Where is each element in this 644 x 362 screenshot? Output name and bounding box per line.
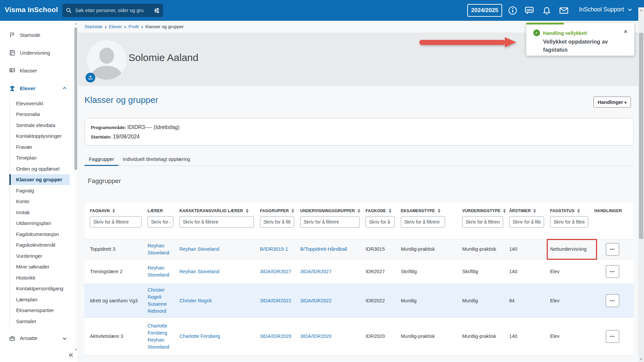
sidebar-item-ansatte[interactable]: Ansatte [0,329,78,347]
undervisningsgrupper-link[interactable]: 3IDA/IDR2020 [300,333,360,340]
sidebar-item-elever[interactable]: Elever [0,79,78,97]
karakteransvarlig_laerer-link[interactable]: Christer Rognli [179,297,254,304]
sort-icon[interactable] [533,209,536,213]
sort-icon[interactable] [438,209,440,213]
cell-text: 84 [509,298,515,303]
row-actions-button[interactable]: ••• [606,243,619,256]
toast-close-icon[interactable]: × [624,28,628,36]
breadcrumb-item[interactable]: Elever [109,24,122,29]
karakteransvarlig_laerer-link[interactable]: Reyhan Stoveland [179,246,254,253]
table-row[interactable]: Toppidrett 3Reyhan StovelandReyhan Stove… [85,239,634,259]
sidebar-item-undervisning[interactable]: Undervisning [0,44,78,62]
table-row[interactable]: Treningslære 2Reyhan StovelandReyhan Sto… [85,259,634,284]
filter-vurderingstype[interactable] [462,216,503,228]
mail-icon[interactable] [559,6,569,15]
filter-fagstatus[interactable] [550,216,588,228]
sidebar-item-timeplan[interactable]: Timeplan [10,153,70,164]
faggrupper-link[interactable]: 3IDA/IDR2022 [260,297,294,304]
filter-eksamenstype[interactable] [401,216,445,228]
row-actions-button[interactable]: ••• [606,330,619,343]
filter-arstimer[interactable] [509,216,544,228]
teacher-link[interactable]: Charlotte Forsberg [148,322,173,337]
row-actions-button[interactable]: ••• [606,265,619,278]
sidebar-scrollbar-thumb[interactable] [74,27,77,170]
sidebar-item-vurderinger[interactable]: Vurderinger [10,250,70,261]
tab-faggrupper[interactable]: Faggrupper [85,154,118,166]
undervisningsgrupper-link[interactable]: 3IDA/IDR2022 [300,297,360,304]
filter-cell-karakteransvarlig_laerer [179,216,254,228]
sort-icon[interactable] [389,209,391,213]
sidebar-item-samtaler[interactable]: Samtaler [10,316,70,327]
filter-fagkode[interactable] [366,216,395,228]
page-scrollbar-thumb[interactable] [639,33,643,239]
faggrupper-link[interactable]: 3IDA/IDR2027 [260,268,294,275]
actions-dropdown-button[interactable]: Handlinger [593,97,631,108]
sidebar-item-utdanningsplan[interactable]: Utdanningsplan [10,218,70,229]
sort-icon[interactable] [291,209,294,213]
sidebar-item-klasser-og-grupper[interactable]: Klasser og grupper [9,174,70,185]
table-row[interactable]: Historie Vg3 [85,355,634,362]
undervisningsgrupper-link[interactable]: B/Toppidrett-Håndball [300,246,360,253]
sidebar-item-kontaktopplysninger[interactable]: Kontaktopplysninger [10,131,70,142]
sms-icon[interactable]: SMS [525,6,534,15]
sort-icon[interactable] [503,209,506,213]
sidebar-item-fagskolevitnemål[interactable]: Fagskolevitnemål [10,240,70,251]
sidebar-collapse-button[interactable]: « [69,350,73,359]
teacher-link[interactable]: Susanne Rebnord [148,301,173,315]
filter-karakteransvarlig_laerer[interactable] [179,216,254,228]
sort-icon[interactable] [358,209,360,213]
sidebar-item-eksamenspartier[interactable]: Eksamenspartier [10,305,70,316]
scroll-up-arrow[interactable]: ▲ [638,8,644,12]
filter-undervisningsgrupper[interactable] [300,216,360,228]
teacher-link[interactable]: Reyhan Stoveland [148,242,173,256]
sidebar-item-klasser[interactable]: Klasser [0,62,78,79]
faggrupper-link[interactable]: B/IDR3015-1 [260,246,294,253]
sidebar-item-startside[interactable]: Startside [0,26,78,44]
sidebar-item-fagdokumentasjon[interactable]: Fagdokumentasjon [10,229,70,240]
teacher-link[interactable]: Reyhan Stoveland [148,337,173,351]
sidebar-item-inntak[interactable]: Inntak [10,207,70,218]
sidebar-item-kontaktpersontilgang[interactable]: Kontaktpersontilgang [10,283,70,294]
table-row[interactable]: Aktivitetslære 3Charlotte ForsbergReyhan… [85,317,634,355]
sidebar-item-sentrale-elevdata[interactable]: Sentrale elevdata [10,120,70,131]
sort-icon[interactable] [246,209,249,213]
sidebar-item-personalia[interactable]: Personalia [10,109,70,120]
filter-laerer[interactable] [148,216,173,228]
sidebar-item-læreplan[interactable]: Læreplan [10,294,70,305]
search-filter-icon[interactable] [154,8,160,13]
teacher-link[interactable]: Reyhan Stoveland [148,264,173,279]
teacher-link[interactable]: Christer Rognli [148,287,173,301]
row-actions-button[interactable]: ••• [606,294,619,307]
scroll-down-arrow[interactable]: ▼ [638,358,644,361]
faggrupper-link[interactable]: 3IDA/IDR2020 [260,333,294,340]
sort-icon[interactable] [112,209,115,213]
sidebar-item-orden-og-oppførsel[interactable]: Orden og oppførsel [10,163,70,174]
user-menu[interactable]: InSchool Support [579,6,633,13]
bell-icon[interactable] [542,6,551,15]
page-scrollbar[interactable]: ▲ ▼ [638,7,644,362]
info-icon[interactable] [508,6,517,15]
sidebar-item-historikk[interactable]: Historikk [10,272,70,283]
sidebar-item-elevoversikt[interactable]: Elevoversikt [10,98,70,109]
karakteransvarlig_laerer-link[interactable]: Reyhan Stoveland [179,268,254,275]
breadcrumb-item[interactable]: Profil [128,24,139,29]
tab-individuelt-tilrettelagt-opplæring[interactable]: Individuelt tilrettelagt opplæring [118,154,195,166]
filter-faggrupper[interactable] [260,216,294,228]
search-input[interactable] [74,7,154,13]
karakteransvarlig_laerer-link[interactable]: Charlotte Forsberg [179,333,254,340]
scroll-down-arrow[interactable]: ▼ [74,348,78,351]
sidebar-item-fravær[interactable]: Fravær [10,141,70,153]
sort-icon[interactable] [577,209,580,213]
scroll-up-arrow[interactable]: ▲ [74,22,78,25]
breadcrumb-item[interactable]: Startside [85,24,102,29]
sidebar-item-mine-søknader[interactable]: Mine søknader [10,261,70,273]
global-search[interactable] [62,4,163,17]
undervisningsgrupper-link[interactable]: 3IDA/IDR2027 [300,268,360,275]
sidebar-item-konto[interactable]: Konto [10,196,70,207]
sidebar-item-fagvalg[interactable]: Fagvalg [10,185,70,196]
sidebar-scrollbar[interactable]: ▲ ▼ [74,21,78,352]
upload-photo-icon[interactable] [86,73,95,82]
table-row[interactable]: Idrett og samfunn Vg3Christer RognliSusa… [85,284,634,317]
school-year-button[interactable]: 2024/2025 [467,4,502,17]
filter-fagnavn[interactable] [90,216,142,228]
